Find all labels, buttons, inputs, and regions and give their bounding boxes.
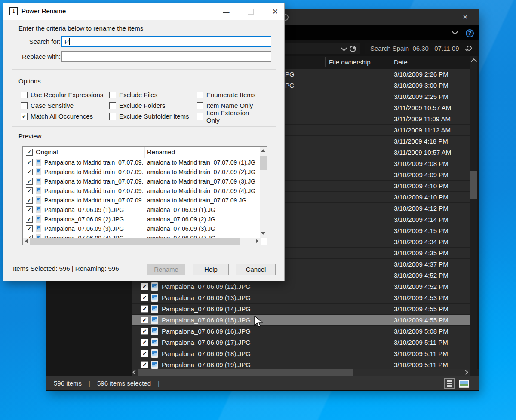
horizontal-scroll-thumb[interactable]: [30, 238, 240, 245]
file-list-horizontal-scrollbar[interactable]: [132, 369, 470, 376]
file-row[interactable]: Pampalona_07.06.09 (16).JPG 3/10/2009 5:…: [132, 326, 470, 337]
preview-vertical-scrollbar[interactable]: [260, 147, 267, 238]
file-name: Pampalona_07.06.09 (18).JPG: [162, 350, 251, 357]
refresh-icon[interactable]: [350, 46, 356, 52]
preview-row[interactable]: Pampalona_07.06.09 (3).JPG amalona_07.06…: [23, 224, 261, 233]
option-checkbox[interactable]: [197, 102, 203, 109]
file-name-fragment: PG: [285, 82, 295, 89]
row-checkbox-checked[interactable]: [26, 216, 33, 223]
search-icon[interactable]: [467, 46, 472, 51]
file-name: Pampalona_07.06.09 (19).JPG: [162, 361, 251, 368]
help-button[interactable]: Help: [193, 264, 229, 275]
file-date: 3/11/2009 10:57 AM: [394, 104, 451, 111]
dialog-titlebar[interactable]: I Power Rename — ✕: [3, 3, 284, 20]
preview-row[interactable]: Pampalona to Madrid train_07.07.09... am…: [23, 186, 261, 196]
column-separator[interactable]: [390, 57, 390, 67]
text-caret: [69, 38, 70, 45]
file-row[interactable]: Pampalona_07.06.09 (19).JPG 3/10/2009 5:…: [132, 359, 470, 369]
file-row[interactable]: Pampalona_07.06.09 (12).JPG 3/10/2009 4:…: [132, 281, 470, 292]
file-name: Pampalona_07.06.09 (17).JPG: [162, 339, 251, 346]
row-checkbox-checked[interactable]: [26, 169, 33, 175]
row-checkbox-checked[interactable]: [141, 361, 148, 368]
row-checkbox-checked[interactable]: [141, 339, 148, 346]
row-checkbox-checked[interactable]: [141, 283, 148, 290]
row-checkbox-checked[interactable]: [141, 305, 148, 313]
scroll-left-icon[interactable]: [132, 370, 137, 374]
vertical-scroll-thumb[interactable]: [260, 156, 267, 170]
dialog-maximize-button[interactable]: [244, 3, 257, 20]
column-header-file-ownership[interactable]: File ownership: [329, 58, 371, 66]
preview-list: Original Renamed Pampalona to Madrid tra…: [22, 146, 267, 245]
scroll-up-icon[interactable]: [261, 149, 265, 152]
preview-row[interactable]: Pampalona_07.06.09 (2).JPG amalona_07.06…: [23, 215, 261, 224]
option-label: Match All Occurences: [31, 113, 93, 120]
row-checkbox-checked[interactable]: [141, 350, 148, 357]
preview-row[interactable]: Pampalona to Madrid train_07.07.09... am…: [23, 167, 261, 177]
option-checkbox[interactable]: [21, 92, 28, 98]
scroll-right-icon[interactable]: [463, 370, 468, 374]
option-checkbox[interactable]: [197, 92, 203, 98]
select-all-checkbox[interactable]: [26, 149, 33, 156]
column-separator[interactable]: [287, 57, 287, 67]
row-checkbox-checked[interactable]: [26, 225, 33, 232]
preview-row[interactable]: Pampalona to Madrid train_07.07.09... am…: [23, 158, 261, 167]
explorer-search-input[interactable]: Search Spain_06.30 - 07.11.09: [365, 43, 476, 54]
row-checkbox-checked[interactable]: [26, 178, 33, 185]
column-header-date[interactable]: Date: [394, 58, 408, 66]
file-list-vertical-scrollbar[interactable]: [470, 56, 477, 376]
file-row[interactable]: Pampalona_07.06.09 (15).JPG 3/10/2009 4:…: [132, 315, 470, 326]
row-checkbox-checked[interactable]: [141, 316, 148, 324]
column-separator[interactable]: [325, 57, 326, 67]
row-checkbox-checked[interactable]: [26, 187, 33, 194]
file-date: 3/11/2009 11:09 AM: [394, 115, 451, 123]
scroll-up-icon[interactable]: [471, 58, 477, 64]
scroll-left-icon[interactable]: [25, 239, 28, 243]
row-checkbox-checked[interactable]: [26, 197, 33, 204]
preview-row[interactable]: Pampalona to Madrid train_07.07.09... am…: [23, 196, 261, 205]
cancel-button[interactable]: Cancel: [236, 264, 276, 275]
renamed-column-header[interactable]: Renamed: [147, 148, 175, 156]
rename-button-disabled[interactable]: Rename: [147, 264, 185, 275]
file-row[interactable]: Pampalona_07.06.09 (13).JPG 3/10/2009 4:…: [132, 292, 470, 304]
vertical-scroll-thumb[interactable]: [470, 171, 477, 199]
file-row[interactable]: Pampalona_07.06.09 (17).JPG 3/10/2009 5:…: [132, 337, 470, 348]
option-checkbox[interactable]: [21, 113, 28, 120]
dialog-close-button[interactable]: ✕: [269, 3, 282, 20]
photo-file-icon: [36, 168, 41, 175]
file-row[interactable]: Pampalona_07.06.09 (14).JPG 3/10/2009 4:…: [132, 304, 470, 315]
replace-with-input[interactable]: [61, 51, 271, 62]
horizontal-scroll-thumb[interactable]: [138, 369, 353, 376]
original-name: Pampalona to Madrid train_07.07.09...: [44, 178, 143, 185]
search-for-input[interactable]: P: [61, 36, 271, 47]
dialog-minimize-button[interactable]: —: [220, 3, 233, 20]
row-checkbox-checked[interactable]: [26, 206, 33, 213]
preview-horizontal-scrollbar[interactable]: [23, 238, 261, 245]
scroll-right-icon[interactable]: [256, 239, 258, 243]
row-checkbox-checked[interactable]: [26, 159, 33, 166]
file-date: 3/10/2009 4:35 PM: [394, 249, 448, 257]
explorer-close-button[interactable]: ✕: [455, 9, 475, 25]
preview-list-header: Original Renamed: [23, 147, 260, 158]
scroll-down-icon[interactable]: [261, 232, 265, 235]
preview-row[interactable]: Pampalona_07.06.09 (1).JPG amalona_07.06…: [23, 205, 261, 215]
explorer-maximize-button[interactable]: [436, 9, 455, 25]
row-checkbox-checked[interactable]: [141, 328, 148, 335]
original-column-header[interactable]: Original: [36, 148, 58, 156]
file-date: 3/10/2009 2:26 PM: [394, 71, 448, 78]
file-date: 3/11/2009 11:12 AM: [394, 126, 451, 134]
row-checkbox-checked[interactable]: [141, 294, 148, 301]
explorer-minimize-button[interactable]: —: [416, 9, 436, 25]
option-checkbox[interactable]: [109, 102, 116, 109]
details-view-button[interactable]: [444, 378, 455, 389]
file-date: 3/10/2009 4:14 PM: [394, 216, 448, 223]
option-checkbox[interactable]: [109, 113, 116, 120]
option-checkbox[interactable]: [197, 113, 203, 120]
option-checkbox[interactable]: [109, 92, 116, 98]
file-row[interactable]: Pampalona_07.06.09 (18).JPG 3/10/2009 5:…: [132, 348, 470, 359]
help-icon[interactable]: ?: [466, 29, 474, 37]
address-dropdown-chevron-icon[interactable]: [341, 45, 347, 51]
ribbon-expand-chevron-icon[interactable]: [452, 29, 458, 35]
preview-row[interactable]: Pampalona to Madrid train_07.07.09... am…: [23, 177, 261, 186]
option-checkbox[interactable]: [21, 102, 28, 109]
thumbnail-view-button[interactable]: [459, 380, 469, 388]
